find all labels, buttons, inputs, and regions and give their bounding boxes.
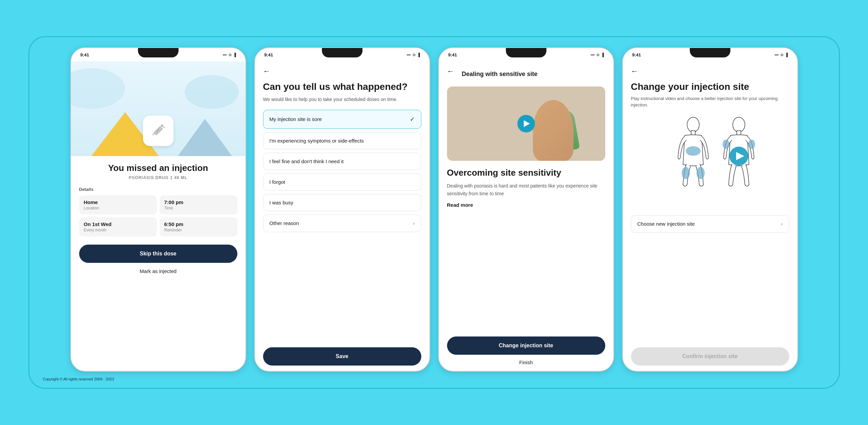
phone-1-time: 9:41 [80,52,89,57]
detail-time-main: 7:00 pm [164,199,233,205]
phone-3-back-button[interactable]: ← [447,67,457,76]
mark-injected-button[interactable]: Mark as injected [79,268,237,274]
article-title: Overcoming site sensitivity [447,168,605,178]
detail-cell-schedule: On 1st Wed Every month [79,217,157,236]
phone-4-title: Change your injection site [631,81,789,93]
syringe-icon-box [143,116,173,146]
svg-point-9 [682,167,690,179]
option-forgot[interactable]: I forgot [263,173,421,191]
phone-3-notch: 9:41 ▪▪▪ ⊜ ▐ [439,48,613,61]
chevron-right-icon: › [781,221,782,227]
detail-cell-time: 7:00 pm Time [160,195,237,215]
phone-1: 9:41 ▪▪▪ ⊜ ▐ [70,47,246,372]
battery-icon: ▐ [417,53,420,57]
battery-icon: ▐ [601,53,604,57]
cloud-1 [71,68,125,109]
phone-4-subtitle: Play instructional video and choose a be… [631,95,789,108]
detail-schedule-sub: Every month [84,228,152,232]
phone-1-notch: 9:41 ▪▪▪ ⊜ ▐ [71,48,245,61]
detail-cell-reminder: 6:50 pm Reminder [160,217,237,236]
phone-3-header: ← Dealing with sensitive site [447,67,605,81]
svg-point-3 [161,125,163,127]
skip-dose-button[interactable]: Skip this dose [79,245,237,263]
svg-point-10 [697,167,705,179]
option-forgot-text: I forgot [269,179,415,185]
phone-4-notch: 9:41 ▪▪▪ ⊜ ▐ [623,48,797,61]
phone-2: 9:41 ▪▪▪ ⊜ ▐ ← Can you tell us what happ… [254,47,430,372]
save-button[interactable]: Save [263,347,421,366]
choose-site-label: Choose new injection site [637,221,695,227]
phone-3-time: 9:41 [448,52,457,57]
phone-4-body: ← Change your injection site Play instru… [623,61,797,371]
phone-4-status-icons: ▪▪▪ ⊜ ▐ [775,53,788,57]
wifi-icon: ⊜ [413,53,416,57]
phone-2-body: ← Can you tell us what happened? We woul… [255,61,429,371]
drug-subtitle: PSORIASIS DRUG 1 40 ML [79,175,237,180]
svg-point-6 [687,117,699,132]
cloud-2 [185,75,239,109]
read-more-link[interactable]: Read more [447,202,605,208]
detail-cell-location: Home Location [79,195,157,215]
syringe-icon [150,122,167,139]
svg-point-8 [686,146,701,156]
phone-3: 9:41 ▪▪▪ ⊜ ▐ ← Dealing with sensitive si… [438,47,614,372]
wifi-icon: ⊜ [229,53,232,57]
phone-1-body: You missed an injection PSORIASIS DRUG 1… [71,156,245,371]
phone-2-subtitle: We would like to help you to take your s… [263,96,421,103]
injection-site-diagram [649,114,771,208]
signal-icon: ▪▪▪ [775,53,779,57]
details-grid: Home Location 7:00 pm Time On 1st Wed Ev… [79,195,237,236]
phone-2-title: Can you tell us what happened? [263,81,421,93]
detail-location-main: Home [84,199,152,205]
missed-title: You missed an injection [79,163,237,173]
svg-rect-1 [154,126,162,135]
detail-time-sub: Time [164,206,233,210]
phone-2-time: 9:41 [264,52,273,57]
details-label: Details [79,187,237,192]
finish-button[interactable]: Finish [447,359,605,365]
option-fine[interactable]: I feel fine and don't think I need it [263,153,421,170]
play-button[interactable] [517,115,535,132]
option-sore[interactable]: My injection site is sore ✓ [263,110,421,129]
hand-image [533,100,573,161]
phone-4: 9:41 ▪▪▪ ⊜ ▐ ← Change your injection sit… [622,47,798,372]
choose-new-injection-site-button[interactable]: Choose new injection site › [631,215,789,233]
phone-1-content: You missed an injection PSORIASIS DRUG 1… [71,61,245,371]
battery-icon: ▐ [233,53,236,57]
phone-3-status-icons: ▪▪▪ ⊜ ▐ [591,53,604,57]
video-thumbnail[interactable] [447,86,605,161]
option-other[interactable]: Other reason › [263,215,421,232]
checkmark-icon: ✓ [410,116,415,123]
option-symptoms-text: I'm experiencing symptoms or side-effect… [269,138,415,144]
phone-3-header-title: Dealing with sensitive site [462,71,538,78]
option-sore-text: My injection site is sore [269,116,410,122]
phone-4-time: 9:41 [632,52,641,57]
change-injection-site-button[interactable]: Change injection site [447,336,605,355]
chevron-right-icon: › [413,220,415,226]
phone-1-hero-bg [71,61,245,156]
option-busy[interactable]: I was busy [263,194,421,211]
option-symptoms[interactable]: I'm experiencing symptoms or side-effect… [263,132,421,149]
signal-icon: ▪▪▪ [407,53,411,57]
svg-point-13 [723,140,729,149]
svg-line-2 [153,133,155,135]
mountain-blue [178,119,232,156]
body-diagram [631,114,789,208]
wifi-icon: ⊜ [780,53,783,57]
confirm-injection-site-button[interactable]: Confirm injection site [631,347,789,366]
phone-3-body: ← Dealing with sensitive site Overcoming… [439,61,613,371]
signal-icon: ▪▪▪ [223,53,227,57]
option-other-text: Other reason [269,220,413,226]
phone-1-status-icons: ▪▪▪ ⊜ ▐ [223,53,236,57]
signal-icon: ▪▪▪ [591,53,595,57]
battery-icon: ▐ [785,53,788,57]
phone-2-status-icons: ▪▪▪ ⊜ ▐ [407,53,420,57]
copyright-text: Copyright © All rights reserved 2009 - 2… [40,377,114,381]
wifi-icon: ⊜ [596,53,600,57]
detail-reminder-main: 6:50 pm [164,221,233,227]
phone-2-back-button[interactable]: ← [263,67,273,76]
phone-4-back-button[interactable]: ← [631,67,641,76]
phones-row: 9:41 ▪▪▪ ⊜ ▐ [40,47,829,372]
article-body: Dealing with psoriasis is hard and most … [447,182,605,197]
detail-schedule-main: On 1st Wed [84,221,152,227]
